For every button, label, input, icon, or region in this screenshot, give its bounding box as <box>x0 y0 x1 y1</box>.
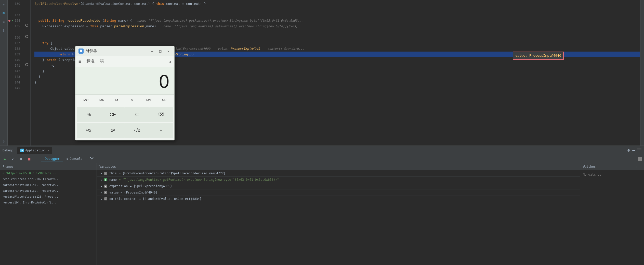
line-num-145: 145 <box>8 85 20 91</box>
minimize-debug-icon[interactable]: — <box>632 148 635 153</box>
var-icon-this: = <box>104 172 107 175</box>
watch-point-3 <box>25 63 28 66</box>
calc-display-value: 0 <box>159 71 169 92</box>
code-text: } <box>34 80 36 85</box>
var-item-value[interactable]: ▶ = value = {ProcessImpl@4940} <box>97 189 580 196</box>
calc-percent-btn[interactable]: % <box>77 107 101 122</box>
watches-actions: + − <box>636 165 641 169</box>
tab-close-icon[interactable]: ✕ <box>48 149 49 152</box>
calc-history-icon[interactable]: ↺ <box>168 59 171 64</box>
var-name-value: value <box>109 191 119 194</box>
expand-arrow: ▶ <box>101 172 102 175</box>
inline-hint-135: name: "T(java.lang.Runtime).getRuntime()… <box>163 23 303 29</box>
app-tab-icon: ▶ <box>20 149 24 152</box>
trace-icon[interactable]: S <box>1 138 7 144</box>
calc-c-btn[interactable]: C <box>125 107 149 122</box>
favorites-icon[interactable]: ★ <box>1 1 7 7</box>
frame-item-1[interactable]: resolvePlaceholder:218, ErrorMv... <box>0 176 97 182</box>
remove-watch-btn[interactable]: − <box>639 165 641 169</box>
frame-item-2[interactable]: parseStringValue:147, PropertyP... <box>0 182 97 188</box>
stop-btn[interactable]: ■ <box>27 156 32 162</box>
watches-panel: Watches + − No watches <box>580 163 644 265</box>
code-line-133 <box>34 12 640 18</box>
calc-reciprocal-btn[interactable]: ¹/x <box>77 123 101 138</box>
var-name-this: this <box>109 172 117 175</box>
calc-sqrt-btn[interactable]: ²√x <box>125 123 149 138</box>
layout-icon <box>638 157 642 161</box>
app-tab[interactable]: ▶ Application ✕ <box>17 147 52 154</box>
code-line-130: SpelPlaceholderResolver(StandardEvaluati… <box>34 1 640 7</box>
frame-label-0: "http-nio-127.0.0.1-9091-ex... <box>6 172 56 175</box>
calc-mr-btn[interactable]: MR <box>96 97 108 104</box>
var-item-name[interactable]: ▶ p name = "T(java.lang.Runtime).getRunt… <box>97 177 580 183</box>
line-num-144: 144 <box>8 80 20 85</box>
debugger-tab[interactable]: Debugger <box>41 156 63 162</box>
debug-label: Debug: <box>3 149 14 152</box>
line-num-137: 137 <box>8 40 20 46</box>
calc-ms-btn[interactable]: MS <box>143 97 154 104</box>
calc-backspace-btn[interactable]: ⌫ <box>149 107 173 122</box>
calc-maximize-btn[interactable]: □ <box>157 48 163 54</box>
frame-item-4[interactable]: replacePlaceholders:126, Prope... <box>0 194 97 200</box>
frames-header: Frames <box>0 163 97 170</box>
expand-arrow-2: ▶ <box>101 178 102 181</box>
code-text: } <box>34 68 44 74</box>
line-num-141: 141 <box>8 63 20 68</box>
panel-resize-icon[interactable] <box>637 149 641 152</box>
resume-btn[interactable]: ▶ <box>2 156 8 162</box>
calc-mode-label: 标准 <box>86 59 95 64</box>
settings-icon[interactable]: ⚙ <box>627 148 630 153</box>
calc-mminus-btn[interactable]: M− <box>128 97 138 104</box>
code-text: try { <box>34 40 52 46</box>
frame-item-5[interactable]: render:194, ErrorMvcAutoConfi... <box>0 200 97 206</box>
expand-arrow-3: ▶ <box>101 185 102 188</box>
add-watch-btn[interactable]: + <box>636 165 638 169</box>
calc-hamburger-icon[interactable]: ≡ <box>78 59 81 64</box>
calc-mode-type: 弱 <box>100 59 104 64</box>
variables-header: Variables <box>97 163 580 170</box>
analysis-results-icon[interactable]: ⊞ <box>1 10 7 16</box>
step-over-btn[interactable]: ↷ <box>10 156 16 162</box>
frame-item-0[interactable]: ✓ "http-nio-127.0.0.1-9091-ex... <box>0 170 97 176</box>
calc-buttons-grid: % CE C ⌫ ¹/x x² ²√x ÷ <box>75 106 174 140</box>
console-tab-label: Console <box>70 157 83 161</box>
var-item-this[interactable]: ▶ = this = {ErrorMvcAutoConfiguration$Sp… <box>97 170 580 177</box>
audit-summary-icon[interactable]: ≡ <box>1 19 7 25</box>
calc-titlebar: 🖩 计算器 — □ ✕ <box>75 46 174 56</box>
debugger-tab-label: Debugger <box>45 157 60 161</box>
debug-header: Debug: ▶ Application ✕ ⚙ — <box>0 146 644 155</box>
check-icon: ✓ <box>3 172 4 175</box>
bp-arrow-icon: ▶ <box>12 18 13 23</box>
issue-summary-icon[interactable]: S <box>1 27 7 33</box>
line-num-143: 143 <box>8 74 20 80</box>
no-watches-label: No watches <box>583 173 601 176</box>
var-item-expression[interactable]: ▶ = expression = {SpelExpression@4909} <box>97 183 580 189</box>
var-item-context[interactable]: ▶ = oo this.context = {StandardEvaluatio… <box>97 196 580 202</box>
calc-minimize-btn[interactable]: — <box>149 48 155 54</box>
calc-menu: ≡ 标准 弱 ↺ <box>75 56 174 67</box>
gutter <box>23 0 31 146</box>
line-num-140: 140 <box>8 57 20 63</box>
calc-divide-btn[interactable]: ÷ <box>149 123 173 138</box>
frame-item-3[interactable]: parseStringValue:162, PropertyP... <box>0 188 97 194</box>
line-num-130: 130 <box>8 1 20 7</box>
calc-mv-btn[interactable]: Mv <box>159 97 169 104</box>
extra-tab[interactable] <box>86 155 97 162</box>
calc-close-btn[interactable]: ✕ <box>166 48 171 54</box>
right-scrollbar[interactable] <box>640 0 644 146</box>
pause-btn[interactable]: ⏸ <box>18 156 24 162</box>
var-name-expression: expression <box>109 184 128 188</box>
var-icon-value: = <box>104 191 107 194</box>
variables-panel: Variables ▶ = this = {ErrorMvcAutoConfig… <box>97 163 580 265</box>
console-tab[interactable]: ▶ Console <box>63 156 86 162</box>
toolbar-right-icon[interactable] <box>638 157 642 161</box>
calc-mc-btn[interactable]: MC <box>80 97 91 104</box>
calc-mplus-btn[interactable]: M+ <box>112 97 123 104</box>
calc-memory-row: MC MR M+ M− MS Mv <box>75 95 174 106</box>
line-num-133: 133 <box>8 12 20 18</box>
calc-ce-btn[interactable]: CE <box>101 107 125 122</box>
code-text: SpelPlaceholderResolver(StandardEvaluati… <box>34 1 206 7</box>
value-popup: value: ProcessImpl@4940 <box>513 52 564 60</box>
calc-square-btn[interactable]: x² <box>101 123 125 138</box>
frame-label-4: replacePlaceholders:126, Prope... <box>3 195 58 198</box>
